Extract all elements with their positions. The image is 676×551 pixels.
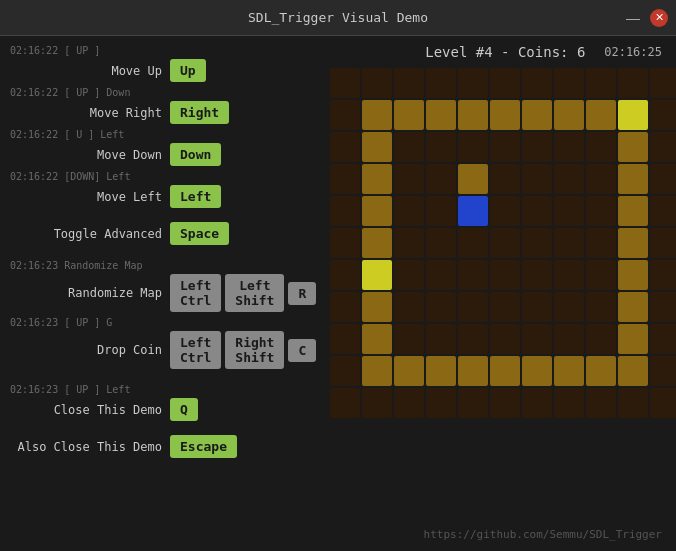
- grid-cell: [426, 356, 456, 386]
- grid-cell: [554, 228, 584, 258]
- key-right[interactable]: Right: [170, 101, 229, 124]
- grid-cell: [650, 356, 676, 386]
- key-down[interactable]: Down: [170, 143, 221, 166]
- grid-cell: [650, 132, 676, 162]
- grid-cell: [618, 292, 648, 322]
- left-panel: 02:16:22 [ UP ] Move Up Up 02:16:22 [ UP…: [0, 36, 330, 551]
- key-c-dropcoin[interactable]: C: [288, 339, 316, 362]
- grid-cell: [458, 164, 488, 194]
- key-left-shift-randomize[interactable]: Left Shift: [225, 274, 284, 312]
- level-info: Level #4 - Coins: 6: [425, 44, 585, 60]
- timestamp-randomize: 02:16:23 Randomize Map: [10, 259, 320, 273]
- close-button[interactable]: ✕: [650, 9, 668, 27]
- action-toggle-advanced: Toggle Advanced Space: [10, 222, 320, 245]
- key-escape[interactable]: Escape: [170, 435, 237, 458]
- key-up[interactable]: Up: [170, 59, 206, 82]
- label-move-left: Move Left: [10, 190, 170, 204]
- label-drop-coin: Drop Coin: [10, 343, 170, 357]
- grid-cell: [330, 196, 360, 226]
- grid-cell: [330, 388, 360, 418]
- key-left[interactable]: Left: [170, 185, 221, 208]
- grid-cell: [586, 228, 616, 258]
- grid-cell: [522, 260, 552, 290]
- grid-cell: [362, 164, 392, 194]
- label-close-demo: Close This Demo: [10, 403, 170, 417]
- grid-cell: [490, 260, 520, 290]
- footer-link: https://github.com/Semmu/SDL_Trigger: [424, 528, 662, 541]
- grid-cell: [554, 260, 584, 290]
- action-move-right: Move Right Right: [10, 101, 320, 124]
- grid-cell: [362, 100, 392, 130]
- grid-cell: [458, 356, 488, 386]
- grid-cell: [330, 132, 360, 162]
- grid-cell: [650, 260, 676, 290]
- grid-cell: [554, 292, 584, 322]
- grid-cell: [330, 292, 360, 322]
- grid-cell: [394, 260, 424, 290]
- grid-cell: [362, 260, 392, 290]
- minimize-button[interactable]: —: [622, 11, 644, 25]
- key-r-randomize[interactable]: R: [288, 282, 316, 305]
- grid-cell: [426, 164, 456, 194]
- label-toggle-advanced: Toggle Advanced: [10, 227, 170, 241]
- main-content: 02:16:22 [ UP ] Move Up Up 02:16:22 [ UP…: [0, 36, 676, 551]
- grid-cell: [458, 260, 488, 290]
- grid-cell: [522, 100, 552, 130]
- key-right-shift-dropcoin[interactable]: Right Shift: [225, 331, 284, 369]
- grid-cell: [522, 388, 552, 418]
- key-q[interactable]: Q: [170, 398, 198, 421]
- grid-cell: [394, 164, 424, 194]
- grid-cell: [650, 228, 676, 258]
- grid-cell: [618, 100, 648, 130]
- grid-cell: [554, 132, 584, 162]
- grid-cell: [458, 324, 488, 354]
- grid-cell: [458, 196, 488, 226]
- grid-cell: [650, 388, 676, 418]
- grid-cell: [330, 324, 360, 354]
- action-randomize: Randomize Map Left Ctrl Left Shift R: [10, 274, 320, 312]
- grid-cell: [554, 388, 584, 418]
- timestamp-move-left: 02:16:22 [DOWN] Left: [10, 170, 320, 184]
- grid-cell: [330, 228, 360, 258]
- grid-cell: [426, 292, 456, 322]
- grid-cell: [554, 356, 584, 386]
- grid-cell: [490, 356, 520, 386]
- grid-cell: [426, 196, 456, 226]
- action-move-down: Move Down Down: [10, 143, 320, 166]
- grid-cell: [394, 388, 424, 418]
- grid-cell: [618, 228, 648, 258]
- grid-cell: [458, 100, 488, 130]
- grid-cell: [522, 132, 552, 162]
- grid-cell: [490, 196, 520, 226]
- grid-cell: [522, 292, 552, 322]
- grid-cell: [362, 356, 392, 386]
- grid-cell: [618, 68, 648, 98]
- grid-cell: [490, 324, 520, 354]
- grid-cell: [586, 324, 616, 354]
- grid-cell: [394, 356, 424, 386]
- grid-cell: [362, 292, 392, 322]
- grid-cell: [426, 260, 456, 290]
- grid-cell: [458, 388, 488, 418]
- action-move-left: Move Left Left: [10, 185, 320, 208]
- key-left-ctrl-dropcoin[interactable]: Left Ctrl: [170, 331, 221, 369]
- grid-cell: [330, 164, 360, 194]
- grid-cell: [650, 164, 676, 194]
- timestamp-move-down: 02:16:22 [ U ] Left: [10, 128, 320, 142]
- grid-cell: [586, 164, 616, 194]
- grid-cell: [618, 164, 648, 194]
- grid-cell: [458, 132, 488, 162]
- grid-cell: [362, 196, 392, 226]
- key-space[interactable]: Space: [170, 222, 229, 245]
- grid-cell: [330, 260, 360, 290]
- grid-cell: [490, 292, 520, 322]
- grid-cell: [362, 388, 392, 418]
- key-left-ctrl-randomize[interactable]: Left Ctrl: [170, 274, 221, 312]
- label-randomize: Randomize Map: [10, 286, 170, 300]
- grid-cell: [362, 132, 392, 162]
- window-controls: — ✕: [622, 9, 668, 27]
- grid-cell: [618, 196, 648, 226]
- grid-cell: [426, 100, 456, 130]
- grid-cell: [618, 324, 648, 354]
- timestamp-dropcoin: 02:16:23 [ UP ] G: [10, 316, 320, 330]
